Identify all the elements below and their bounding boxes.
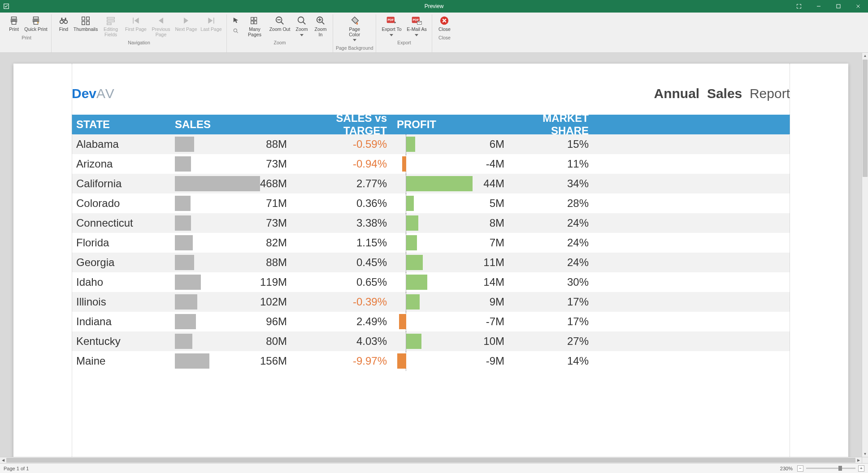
prev-icon [156, 15, 166, 26]
svg-rect-23 [133, 17, 134, 23]
first-page-button: First Page [123, 14, 148, 33]
profit-bar [406, 196, 414, 211]
cell-profit: 14M [392, 275, 509, 290]
cell-profit: 11M [392, 255, 509, 270]
scroll-right-arrow[interactable]: ▶ [855, 457, 862, 463]
find-button[interactable]: Find [54, 14, 73, 33]
group-label: Export [397, 38, 411, 47]
cell-market-share: 11% [509, 158, 594, 170]
window-close-button[interactable] [848, 0, 868, 13]
horizontal-scroll-thumb[interactable] [6, 458, 855, 463]
cell-state: Maine [72, 355, 175, 367]
cell-market-share: 17% [509, 296, 594, 308]
table-row: Connecticut73M3.38%8M24% [72, 213, 790, 233]
table-row: Idaho119M0.65%14M30% [72, 272, 790, 292]
document-viewport[interactable]: DevAV Annual Sales Report STATE SALES SA… [0, 53, 862, 457]
profit-bar [397, 353, 406, 369]
email-as-button[interactable]: PDFE-Mail As [404, 14, 429, 38]
profit-bar [406, 215, 418, 231]
vertical-scroll-thumb[interactable] [863, 60, 868, 177]
table-row: Alabama88M-0.59%6M15% [72, 134, 790, 154]
cell-sales-vs-target: 0.65% [291, 276, 392, 288]
many-pages-button[interactable]: Many Pages [242, 14, 267, 38]
profit-bar-wrap [392, 196, 473, 211]
cell-state: Colorado [72, 197, 175, 210]
scroll-down-arrow[interactable]: ▼ [862, 451, 868, 457]
print-button[interactable]: Print [4, 14, 23, 33]
sales-value: 73M [191, 158, 287, 170]
svg-rect-21 [107, 20, 115, 22]
scroll-left-arrow[interactable]: ◀ [0, 457, 6, 463]
cell-sales: 80M [175, 334, 291, 349]
prev-page-button: Previous Page [148, 14, 174, 38]
zoom-slider[interactable]: − + [797, 465, 864, 472]
last-icon [206, 15, 217, 26]
zoom-slider-thumb[interactable] [838, 466, 842, 471]
profit-value: -7M [473, 315, 504, 328]
profit-bar-wrap [392, 215, 473, 231]
ribbon: PrintQuick PrintPrintFindThumbnailsEditi… [0, 13, 868, 53]
pointer-button[interactable] [230, 14, 242, 36]
cell-state: Georgia [72, 256, 175, 269]
titlebar: Preview [0, 0, 868, 13]
close-button[interactable]: Close [435, 14, 454, 33]
zoom-out-button[interactable]: Zoom Out [267, 14, 292, 33]
cell-market-share: 24% [509, 236, 594, 249]
cell-market-share: 28% [509, 197, 594, 210]
sales-value: 468M [260, 177, 287, 190]
cell-sales-vs-target: 0.45% [291, 256, 392, 269]
sales-bar [175, 156, 191, 172]
cell-state: Indiana [72, 315, 175, 328]
svg-point-34 [298, 17, 304, 23]
zoom-button[interactable]: Zoom [292, 14, 311, 38]
pointer-icon [230, 15, 241, 26]
sales-value: 96M [196, 315, 287, 328]
quick-print-button[interactable]: Quick Print [23, 14, 48, 33]
window-minimize-button[interactable] [809, 0, 829, 13]
svg-rect-14 [65, 18, 66, 21]
sales-value: 102M [197, 296, 287, 308]
horizontal-scrollbar[interactable]: ◀ ▶ [0, 457, 862, 463]
group-label: Zoom [274, 38, 286, 47]
table-row: Indiana96M2.49%-7M17% [72, 312, 790, 331]
profit-bar-wrap [392, 334, 473, 349]
cell-market-share: 30% [509, 276, 594, 288]
profit-bar-wrap [392, 235, 473, 250]
export-to-button[interactable]: PDFExport To [379, 14, 404, 38]
cell-sales-vs-target: -0.59% [291, 138, 392, 150]
cell-sales-vs-target: 3.38% [291, 217, 392, 229]
zoom-slider-track[interactable] [806, 468, 855, 469]
cell-state: Arizona [72, 158, 175, 170]
zoom-minus-button[interactable]: − [797, 465, 803, 472]
prev-page-label: Previous Page [149, 27, 173, 37]
cell-sales: 82M [175, 235, 291, 250]
sales-bar [175, 314, 196, 329]
last-page-label: Last Page [200, 27, 221, 32]
sales-bar [175, 275, 201, 290]
cell-profit: 7M [392, 235, 509, 250]
svg-line-35 [303, 22, 306, 25]
profit-bar [399, 314, 406, 329]
sales-value: 119M [201, 276, 287, 288]
cell-market-share: 24% [509, 217, 594, 229]
zoom-plus-button[interactable]: + [858, 465, 864, 472]
group-label: Navigation [128, 38, 150, 47]
ribbon-group-page-background: Page ColorPage Background [333, 14, 376, 52]
vertical-scrollbar[interactable]: ▲ ▼ [862, 53, 868, 457]
scroll-up-arrow[interactable]: ▲ [862, 53, 868, 59]
cell-state: Florida [72, 236, 175, 249]
cell-state: Alabama [72, 138, 175, 150]
zoom-in-button[interactable]: Zoom In [311, 14, 330, 38]
thumbnails-button[interactable]: Thumbnails [73, 14, 98, 33]
cell-profit: 6M [392, 137, 509, 152]
first-page-label: First Page [125, 27, 147, 32]
window-maximize-button[interactable] [829, 0, 848, 13]
binoculars-icon [58, 15, 69, 26]
workspace: DevAV Annual Sales Report STATE SALES SA… [0, 53, 868, 463]
profit-bar [406, 235, 417, 250]
cell-state: Kentucky [72, 335, 175, 348]
thumbnails-label: Thumbnails [74, 27, 98, 32]
page-color-button[interactable]: Page Color [342, 14, 367, 43]
window-fullscreen-button[interactable] [789, 0, 809, 13]
cell-profit: 5M [392, 196, 509, 211]
